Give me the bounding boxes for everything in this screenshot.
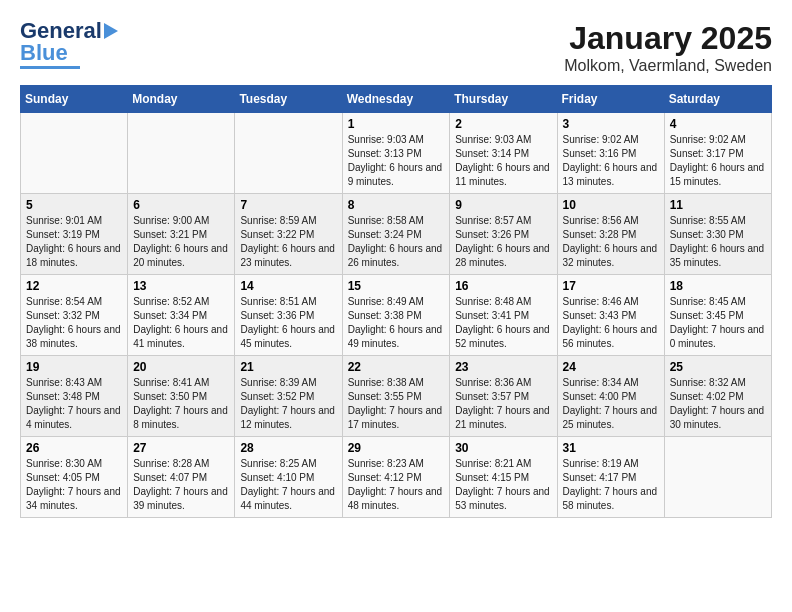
day-number: 29: [348, 441, 445, 455]
day-number: 2: [455, 117, 551, 131]
day-number: 5: [26, 198, 122, 212]
day-number: 18: [670, 279, 766, 293]
day-number: 26: [26, 441, 122, 455]
day-number: 22: [348, 360, 445, 374]
day-info: Sunrise: 8:38 AM Sunset: 3:55 PM Dayligh…: [348, 376, 445, 432]
calendar-week-4: 19Sunrise: 8:43 AM Sunset: 3:48 PM Dayli…: [21, 356, 772, 437]
day-number: 10: [563, 198, 659, 212]
col-header-friday: Friday: [557, 86, 664, 113]
day-number: 24: [563, 360, 659, 374]
day-number: 15: [348, 279, 445, 293]
calendar-cell: 26Sunrise: 8:30 AM Sunset: 4:05 PM Dayli…: [21, 437, 128, 518]
col-header-saturday: Saturday: [664, 86, 771, 113]
day-info: Sunrise: 8:55 AM Sunset: 3:30 PM Dayligh…: [670, 214, 766, 270]
day-info: Sunrise: 8:23 AM Sunset: 4:12 PM Dayligh…: [348, 457, 445, 513]
logo: General Blue: [20, 20, 118, 69]
calendar-cell: 25Sunrise: 8:32 AM Sunset: 4:02 PM Dayli…: [664, 356, 771, 437]
calendar-cell: 3Sunrise: 9:02 AM Sunset: 3:16 PM Daylig…: [557, 113, 664, 194]
day-info: Sunrise: 9:03 AM Sunset: 3:13 PM Dayligh…: [348, 133, 445, 189]
day-number: 9: [455, 198, 551, 212]
col-header-thursday: Thursday: [450, 86, 557, 113]
page-header: General Blue January 2025 Molkom, Vaerml…: [20, 20, 772, 75]
calendar-cell: 2Sunrise: 9:03 AM Sunset: 3:14 PM Daylig…: [450, 113, 557, 194]
day-info: Sunrise: 8:41 AM Sunset: 3:50 PM Dayligh…: [133, 376, 229, 432]
calendar-table: SundayMondayTuesdayWednesdayThursdayFrid…: [20, 85, 772, 518]
day-number: 30: [455, 441, 551, 455]
day-number: 8: [348, 198, 445, 212]
calendar-cell: 13Sunrise: 8:52 AM Sunset: 3:34 PM Dayli…: [128, 275, 235, 356]
calendar-cell: 19Sunrise: 8:43 AM Sunset: 3:48 PM Dayli…: [21, 356, 128, 437]
day-info: Sunrise: 8:45 AM Sunset: 3:45 PM Dayligh…: [670, 295, 766, 351]
day-number: 17: [563, 279, 659, 293]
day-info: Sunrise: 8:48 AM Sunset: 3:41 PM Dayligh…: [455, 295, 551, 351]
page-title: January 2025: [564, 20, 772, 57]
calendar-cell: 11Sunrise: 8:55 AM Sunset: 3:30 PM Dayli…: [664, 194, 771, 275]
calendar-cell: 9Sunrise: 8:57 AM Sunset: 3:26 PM Daylig…: [450, 194, 557, 275]
day-info: Sunrise: 8:19 AM Sunset: 4:17 PM Dayligh…: [563, 457, 659, 513]
day-info: Sunrise: 8:57 AM Sunset: 3:26 PM Dayligh…: [455, 214, 551, 270]
day-info: Sunrise: 9:00 AM Sunset: 3:21 PM Dayligh…: [133, 214, 229, 270]
calendar-cell: 16Sunrise: 8:48 AM Sunset: 3:41 PM Dayli…: [450, 275, 557, 356]
day-number: 13: [133, 279, 229, 293]
calendar-cell: 24Sunrise: 8:34 AM Sunset: 4:00 PM Dayli…: [557, 356, 664, 437]
day-number: 23: [455, 360, 551, 374]
col-header-sunday: Sunday: [21, 86, 128, 113]
calendar-cell: [235, 113, 342, 194]
day-info: Sunrise: 8:54 AM Sunset: 3:32 PM Dayligh…: [26, 295, 122, 351]
logo-divider: [20, 66, 80, 69]
calendar-cell: 21Sunrise: 8:39 AM Sunset: 3:52 PM Dayli…: [235, 356, 342, 437]
calendar-cell: 10Sunrise: 8:56 AM Sunset: 3:28 PM Dayli…: [557, 194, 664, 275]
day-info: Sunrise: 8:39 AM Sunset: 3:52 PM Dayligh…: [240, 376, 336, 432]
day-number: 28: [240, 441, 336, 455]
calendar-cell: 22Sunrise: 8:38 AM Sunset: 3:55 PM Dayli…: [342, 356, 450, 437]
day-info: Sunrise: 9:01 AM Sunset: 3:19 PM Dayligh…: [26, 214, 122, 270]
day-info: Sunrise: 8:49 AM Sunset: 3:38 PM Dayligh…: [348, 295, 445, 351]
calendar-cell: 30Sunrise: 8:21 AM Sunset: 4:15 PM Dayli…: [450, 437, 557, 518]
day-info: Sunrise: 8:25 AM Sunset: 4:10 PM Dayligh…: [240, 457, 336, 513]
calendar-cell: 27Sunrise: 8:28 AM Sunset: 4:07 PM Dayli…: [128, 437, 235, 518]
calendar-cell: 29Sunrise: 8:23 AM Sunset: 4:12 PM Dayli…: [342, 437, 450, 518]
day-number: 6: [133, 198, 229, 212]
calendar-header-row: SundayMondayTuesdayWednesdayThursdayFrid…: [21, 86, 772, 113]
day-info: Sunrise: 8:30 AM Sunset: 4:05 PM Dayligh…: [26, 457, 122, 513]
day-number: 7: [240, 198, 336, 212]
calendar-week-5: 26Sunrise: 8:30 AM Sunset: 4:05 PM Dayli…: [21, 437, 772, 518]
day-info: Sunrise: 8:52 AM Sunset: 3:34 PM Dayligh…: [133, 295, 229, 351]
calendar-cell: 12Sunrise: 8:54 AM Sunset: 3:32 PM Dayli…: [21, 275, 128, 356]
calendar-cell: 15Sunrise: 8:49 AM Sunset: 3:38 PM Dayli…: [342, 275, 450, 356]
calendar-cell: 7Sunrise: 8:59 AM Sunset: 3:22 PM Daylig…: [235, 194, 342, 275]
day-info: Sunrise: 8:51 AM Sunset: 3:36 PM Dayligh…: [240, 295, 336, 351]
calendar-cell: 20Sunrise: 8:41 AM Sunset: 3:50 PM Dayli…: [128, 356, 235, 437]
day-info: Sunrise: 8:28 AM Sunset: 4:07 PM Dayligh…: [133, 457, 229, 513]
calendar-cell: 17Sunrise: 8:46 AM Sunset: 3:43 PM Dayli…: [557, 275, 664, 356]
calendar-week-2: 5Sunrise: 9:01 AM Sunset: 3:19 PM Daylig…: [21, 194, 772, 275]
day-info: Sunrise: 8:58 AM Sunset: 3:24 PM Dayligh…: [348, 214, 445, 270]
page-subtitle: Molkom, Vaermland, Sweden: [564, 57, 772, 75]
calendar-cell: 31Sunrise: 8:19 AM Sunset: 4:17 PM Dayli…: [557, 437, 664, 518]
day-info: Sunrise: 8:36 AM Sunset: 3:57 PM Dayligh…: [455, 376, 551, 432]
day-number: 11: [670, 198, 766, 212]
calendar-cell: 4Sunrise: 9:02 AM Sunset: 3:17 PM Daylig…: [664, 113, 771, 194]
day-number: 25: [670, 360, 766, 374]
day-info: Sunrise: 8:32 AM Sunset: 4:02 PM Dayligh…: [670, 376, 766, 432]
calendar-cell: [664, 437, 771, 518]
day-info: Sunrise: 9:03 AM Sunset: 3:14 PM Dayligh…: [455, 133, 551, 189]
day-number: 20: [133, 360, 229, 374]
day-info: Sunrise: 8:43 AM Sunset: 3:48 PM Dayligh…: [26, 376, 122, 432]
day-info: Sunrise: 8:34 AM Sunset: 4:00 PM Dayligh…: [563, 376, 659, 432]
calendar-cell: [21, 113, 128, 194]
calendar-cell: 5Sunrise: 9:01 AM Sunset: 3:19 PM Daylig…: [21, 194, 128, 275]
col-header-monday: Monday: [128, 86, 235, 113]
day-number: 12: [26, 279, 122, 293]
day-number: 4: [670, 117, 766, 131]
title-block: January 2025 Molkom, Vaermland, Sweden: [564, 20, 772, 75]
day-info: Sunrise: 8:46 AM Sunset: 3:43 PM Dayligh…: [563, 295, 659, 351]
logo-text: General: [20, 20, 102, 42]
day-number: 3: [563, 117, 659, 131]
logo-blue: Blue: [20, 42, 68, 64]
logo-arrow-icon: [104, 23, 118, 39]
day-info: Sunrise: 8:56 AM Sunset: 3:28 PM Dayligh…: [563, 214, 659, 270]
day-info: Sunrise: 9:02 AM Sunset: 3:16 PM Dayligh…: [563, 133, 659, 189]
day-info: Sunrise: 8:21 AM Sunset: 4:15 PM Dayligh…: [455, 457, 551, 513]
calendar-week-3: 12Sunrise: 8:54 AM Sunset: 3:32 PM Dayli…: [21, 275, 772, 356]
